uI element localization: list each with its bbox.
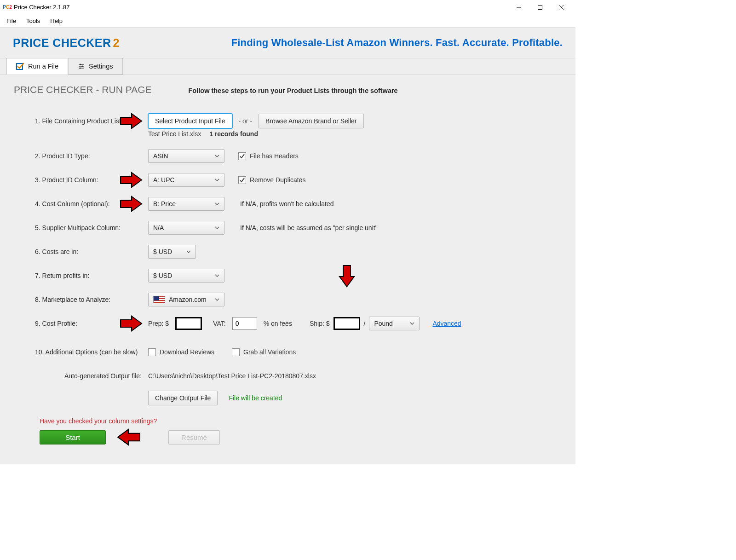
remove-duplicates-checkbox[interactable]: Remove Duplicates (238, 176, 305, 184)
chevron-down-icon (186, 249, 191, 254)
svg-point-6 (80, 64, 81, 65)
tab-settings[interactable]: Settings (68, 58, 122, 75)
arrow-indicator-icon (120, 172, 143, 188)
chevron-down-icon (215, 178, 219, 182)
records-found: 1 records found (209, 130, 258, 138)
menu-file[interactable]: File (6, 17, 16, 24)
arrow-indicator-icon (337, 265, 356, 288)
chevron-down-icon (215, 154, 219, 158)
costs-currency-select[interactable]: $ USD (148, 245, 196, 259)
step5-label: 5. Supplier Multipack Column: (14, 224, 148, 231)
menu-tools[interactable]: Tools (26, 17, 40, 24)
download-reviews-checkbox[interactable]: Download Reviews (148, 348, 214, 356)
brand-text: PRICE CHECKER (13, 36, 111, 50)
sliders-icon (78, 63, 85, 70)
ship-cost-input[interactable] (334, 317, 360, 330)
cost-column-hint: If N/A, profits won't be calculated (240, 200, 334, 208)
brand-suffix: 2 (113, 36, 119, 50)
maximize-button[interactable] (529, 0, 551, 15)
step6-label: 6. Costs are in: (14, 248, 148, 255)
output-status: File will be created (229, 394, 282, 402)
tagline: Finding Wholesale-List Amazon Winners. F… (231, 37, 563, 49)
product-id-type-select[interactable]: ASIN (148, 149, 224, 163)
svg-point-10 (79, 67, 80, 69)
tab-settings-label: Settings (89, 63, 113, 70)
input-filename: Test Price List.xlsx (148, 130, 201, 138)
or-separator: - or - (239, 117, 253, 125)
checkbox-icon (16, 62, 24, 70)
close-button[interactable] (551, 0, 572, 15)
grab-variations-checkbox[interactable]: Grab all Variations (232, 348, 296, 356)
start-button[interactable]: Start (40, 430, 106, 445)
select-input-file-button[interactable]: Select Product Input File (148, 114, 232, 128)
ship-unit-select[interactable]: Pound (369, 317, 420, 330)
multipack-hint: If N/A, costs will be assumed as "per si… (240, 224, 378, 231)
output-file-label: Auto-generated Output file: (14, 372, 148, 380)
tab-run-label: Run a File (28, 63, 58, 70)
vat-label: VAT: (213, 320, 226, 327)
file-has-headers-checkbox[interactable]: File has Headers (238, 152, 299, 160)
arrow-indicator-icon (120, 196, 143, 212)
ship-label: Ship: $ (310, 320, 330, 327)
prep-cost-input[interactable] (175, 317, 202, 330)
per-separator: / (364, 320, 366, 327)
tabstrip: Run a File Settings (0, 58, 575, 75)
product-id-column-select[interactable]: A: UPC (148, 173, 224, 187)
output-file-path: C:\Users\nicho\Desktop\Test Price List-P… (148, 372, 316, 380)
menu-help[interactable]: Help (50, 17, 63, 24)
resume-button[interactable]: Resume (168, 430, 220, 445)
prep-label: Prep: $ (148, 320, 169, 327)
us-flag-icon (153, 296, 165, 303)
step10-label: 10. Additional Options (can be slow) (14, 348, 148, 356)
tab-run-file[interactable]: Run a File (6, 58, 68, 75)
minimize-button[interactable] (508, 0, 529, 15)
chevron-down-icon (215, 225, 219, 230)
app-icon: PC2 (4, 4, 11, 11)
arrow-indicator-icon (117, 428, 141, 446)
column-settings-warning: Have you checked your column settings? (40, 417, 562, 425)
chevron-down-icon (215, 202, 219, 206)
chevron-down-icon (410, 321, 414, 326)
chevron-down-icon (215, 273, 219, 278)
page-instructions: Follow these steps to run your Product L… (189, 87, 398, 94)
vat-suffix: % on fees (264, 320, 292, 327)
arrow-indicator-icon (120, 315, 143, 332)
main-area: PRICE CHECKER - RUN PAGE Follow these st… (0, 75, 575, 464)
menubar: File Tools Help (0, 15, 575, 27)
arrow-indicator-icon (120, 113, 143, 129)
window-title: Price Checker 2.1.87 (14, 4, 69, 11)
svg-point-8 (81, 65, 83, 67)
step8-label: 8. Marketplace to Analyze: (14, 296, 148, 303)
marketplace-select[interactable]: Amazon.com (148, 293, 224, 306)
vat-input[interactable] (232, 317, 257, 330)
advanced-link[interactable]: Advanced (432, 320, 461, 327)
browse-amazon-button[interactable]: Browse Amazon Brand or Seller (259, 114, 363, 128)
profits-currency-select[interactable]: $ USD (148, 269, 224, 283)
cost-column-select[interactable]: B: Price (148, 197, 224, 211)
svg-rect-1 (538, 5, 542, 9)
page-title: PRICE CHECKER - RUN PAGE (14, 84, 152, 95)
titlebar: PC2 Price Checker 2.1.87 (0, 0, 575, 15)
chevron-down-icon (215, 297, 219, 302)
step2-label: 2. Product ID Type: (14, 152, 148, 160)
multipack-column-select[interactable]: N/A (148, 221, 224, 235)
change-output-file-button[interactable]: Change Output File (148, 391, 218, 405)
header-band: PRICE CHECKER 2 Finding Wholesale-List A… (0, 27, 575, 58)
step7-label: 7. Return profits in: (14, 272, 148, 279)
